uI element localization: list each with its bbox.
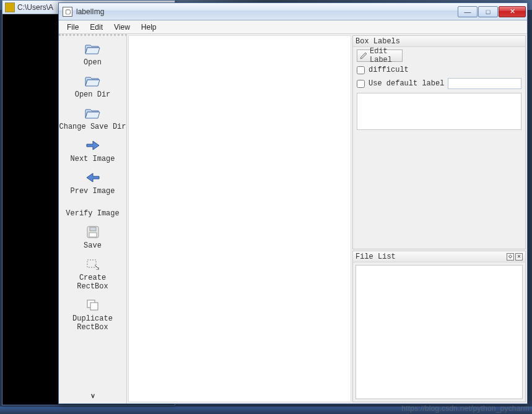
difficult-checkbox-input[interactable] <box>357 66 365 74</box>
box-labels-title: Box Labels <box>355 37 400 46</box>
menu-file[interactable]: File <box>61 22 84 33</box>
undock-icon[interactable]: ◇ <box>507 253 514 261</box>
minimize-button[interactable]: — <box>458 6 477 17</box>
app-icon: ▢ <box>63 7 72 17</box>
folder-open-icon <box>84 42 102 56</box>
left-toolbar: Open Open Dir Change Save Dir Next Image <box>59 34 127 403</box>
create-rectbox-label: Create RectBox <box>77 274 108 291</box>
save-button[interactable]: Save <box>59 223 126 254</box>
duplicate-rectbox-label: Duplicate RectBox <box>72 314 113 332</box>
folder-icon <box>84 74 102 88</box>
duplicate-rectbox-button[interactable]: Duplicate RectBox <box>59 296 126 335</box>
box-labels-header[interactable]: Box Labels <box>353 36 525 47</box>
verify-image-label: Verify Image <box>66 209 119 218</box>
use-default-label-checkbox-input[interactable] <box>357 80 365 88</box>
next-image-label: Next Image <box>70 155 115 163</box>
toolbar-scroll-down-icon[interactable]: ｖ <box>59 390 126 401</box>
menu-edit[interactable]: Edit <box>84 22 108 33</box>
verify-image-button[interactable]: Verify Image <box>59 201 126 222</box>
open-dir-label: Open Dir <box>75 90 111 99</box>
arrow-left-icon <box>84 171 102 184</box>
svg-rect-2 <box>89 233 97 237</box>
difficult-label: difficult <box>368 66 409 74</box>
duplicate-icon <box>84 298 102 312</box>
titlebar[interactable]: ▢ labelImg — □ ✕ <box>59 3 527 20</box>
use-default-label-checkbox[interactable]: Use default label <box>357 79 444 88</box>
box-labels-panel: Box Labels Edit Label difficult <box>352 35 526 249</box>
use-default-label-text: Use default label <box>368 79 444 88</box>
svg-rect-3 <box>87 260 96 267</box>
change-save-dir-button[interactable]: Change Save Dir <box>59 104 126 135</box>
edit-label-text: Edit Label <box>370 47 399 64</box>
menubar: File Edit View Help <box>59 20 527 34</box>
file-list-panel: File List ◇ ✕ <box>352 251 526 402</box>
svg-rect-1 <box>90 227 96 231</box>
file-list-header[interactable]: File List ◇ ✕ <box>353 251 525 262</box>
folder-save-icon <box>84 106 102 120</box>
open-label: Open <box>84 58 102 67</box>
close-button[interactable]: ✕ <box>499 6 526 17</box>
close-panel-icon[interactable]: ✕ <box>515 253 523 261</box>
change-save-dir-label: Change Save Dir <box>59 123 126 131</box>
open-button[interactable]: Open <box>59 40 126 71</box>
maximize-button[interactable]: □ <box>478 6 498 17</box>
save-label: Save <box>84 241 102 250</box>
menu-help[interactable]: Help <box>136 22 162 33</box>
console-app-icon <box>5 2 15 12</box>
create-rectbox-button[interactable]: Create RectBox <box>59 255 126 295</box>
prev-image-label: Prev Image <box>70 187 115 196</box>
arrow-right-icon <box>84 139 102 152</box>
taskbar-hint <box>0 407 532 414</box>
console-title-text: C:\Users\A <box>17 3 53 12</box>
right-dock: Box Labels Edit Label difficult <box>352 34 527 403</box>
box-labels-list[interactable] <box>357 93 521 130</box>
file-list[interactable] <box>355 265 523 399</box>
rect-icon <box>84 257 102 271</box>
edit-label-button[interactable]: Edit Label <box>357 50 403 62</box>
verify-icon <box>84 203 102 207</box>
menu-view[interactable]: View <box>108 22 136 33</box>
window-title: labelImg <box>76 7 104 16</box>
pencil-icon <box>360 52 367 59</box>
labelimg-window: ▢ labelImg — □ ✕ File Edit View Help Ope… <box>58 2 528 404</box>
difficult-checkbox[interactable]: difficult <box>357 66 521 74</box>
svg-rect-5 <box>90 303 98 310</box>
default-label-input[interactable] <box>448 78 521 89</box>
image-canvas[interactable] <box>128 35 351 402</box>
next-image-button[interactable]: Next Image <box>59 136 126 167</box>
prev-image-button[interactable]: Prev Image <box>59 168 126 199</box>
file-list-title: File List <box>355 252 396 261</box>
floppy-disk-icon <box>84 225 102 239</box>
open-dir-button[interactable]: Open Dir <box>59 72 126 103</box>
